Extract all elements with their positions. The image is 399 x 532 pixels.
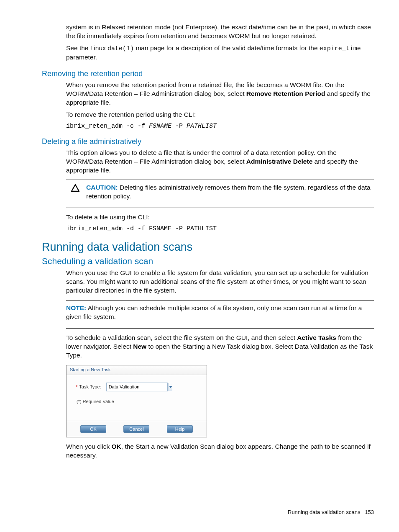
deleting-p2: To delete a file using the CLI: — [66, 213, 374, 222]
deleting-bold: Administrative Delete — [246, 158, 313, 165]
task-type-label: *Task Type: — [76, 384, 101, 389]
chevron-down-icon — [169, 386, 172, 388]
note-label: NOTE: — [66, 304, 86, 311]
sp3bold: OK — [112, 443, 121, 450]
task-type-input[interactable] — [107, 384, 169, 389]
removing-cmd: ibrix_reten_adm -c -f FSNAME -P PATHLIST — [66, 123, 374, 130]
sp2b1: Active Tasks — [297, 334, 336, 341]
intro-p2b: man page for a description of the valid … — [134, 44, 320, 51]
caution-body: Deleting files administratively removes … — [86, 184, 371, 200]
combo-dropdown-button[interactable] — [169, 383, 172, 391]
removing-p1: When you remove the retention period fro… — [66, 81, 374, 107]
rcmd-b: -P — [171, 123, 187, 130]
scheduling-p1: When you use the GUI to enable a file sy… — [66, 269, 374, 295]
task-type-combo[interactable] — [106, 383, 168, 391]
intro-code2: expire_time — [320, 45, 361, 52]
caution-label: CAUTION: — [86, 184, 118, 191]
ok-button[interactable]: OK — [80, 425, 106, 433]
rcmd-path: PATHLIST — [187, 123, 217, 130]
note-block: NOTE: Although you can schedule multiple… — [66, 300, 374, 329]
caution-text: CAUTION: Deleting files administratively… — [86, 183, 374, 201]
required-star-icon: * — [76, 384, 77, 389]
intro-code1: date(1) — [107, 45, 134, 52]
scheduling-heading: Scheduling a validation scan — [42, 256, 374, 266]
note-text: NOTE: Although you can schedule multiple… — [66, 304, 374, 321]
dialog-title: Starting a New Task — [66, 365, 207, 375]
deleting-heading: Deleting a file administratively — [42, 137, 374, 146]
intro-p1: system is in Relaxed retention mode (not… — [66, 23, 374, 41]
field-label-text: Task Type: — [79, 384, 101, 389]
sp2a: To schedule a validation scan, select th… — [66, 334, 297, 341]
note-body: Although you can schedule multiple scans… — [66, 304, 362, 320]
footer-text: Running data validation scans — [288, 509, 360, 515]
starting-new-task-dialog: Starting a New Task *Task Type: (*) Requ… — [66, 365, 207, 437]
page-number: 153 — [365, 509, 374, 515]
running-heading: Running data validation scans — [42, 241, 374, 254]
removing-heading: Removing the retention period — [42, 69, 374, 78]
intro-p2: See the Linux date(1) man page for a des… — [66, 44, 374, 62]
intro-p2c: parameter. — [66, 54, 97, 61]
removing-p2: To remove the retention period using the… — [66, 111, 374, 119]
help-button[interactable]: Help — [167, 425, 193, 433]
deleting-p1: This option allows you to delete a file … — [66, 149, 374, 175]
caution-triangle-icon — [64, 183, 86, 193]
page-footer: Running data validation scans 153 — [288, 509, 374, 515]
required-value-note: (*) Required Value — [76, 399, 201, 404]
rcmd-fs: FSNAME — [149, 123, 171, 130]
sp2b2: New — [133, 343, 146, 350]
rcmd-a: ibrix_reten_adm -c -f — [66, 123, 149, 130]
deleting-cmd: ibrix_reten_adm -d -f FSNAME -P PATHLIST — [66, 225, 374, 232]
scheduling-p3: When you click OK, the Start a new Valid… — [66, 442, 374, 460]
scheduling-p2: To schedule a validation scan, select th… — [66, 334, 374, 360]
sp3a: When you click — [66, 443, 112, 450]
intro-p2a: See the Linux — [66, 44, 107, 51]
removing-bold: Remove Retention Period — [246, 90, 325, 97]
cancel-button[interactable]: Cancel — [123, 425, 149, 433]
